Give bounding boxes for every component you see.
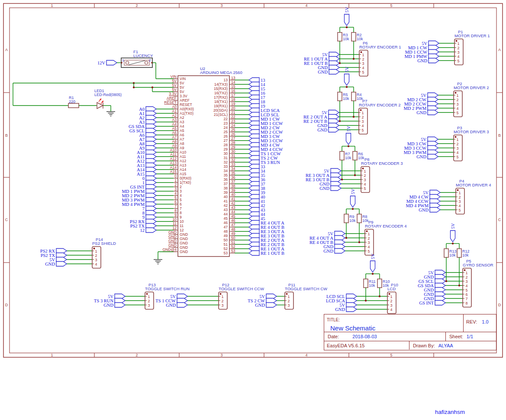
chip-pin-name: 31: [223, 156, 228, 160]
chip-pin-name: A3: [180, 120, 184, 124]
pin-number: 2: [222, 299, 224, 303]
chip-pin-name: 6: [180, 202, 182, 206]
net-label: GND: [168, 239, 177, 243]
pin-number: 1: [222, 295, 224, 299]
chip-pin-name: 49: [223, 234, 228, 238]
chip-pin-name: 37: [223, 182, 228, 186]
pin-number: 5: [466, 288, 468, 292]
rev-cell: REV: 1.0: [463, 314, 496, 332]
chip-pin-name: 40: [223, 195, 228, 199]
junction-dot: [345, 237, 347, 239]
net-label: A3: [172, 118, 177, 122]
chip-pin-name: 16(TX2): [214, 91, 228, 95]
resistor-value: 10k: [369, 283, 375, 288]
net-label: GND: [168, 243, 177, 247]
row-label-left: A: [5, 48, 8, 52]
net-label: 46: [231, 218, 235, 223]
row-label-right: C: [498, 218, 501, 222]
chip-pin-name: 15(RX3): [214, 87, 228, 91]
title-block: TITLE: New Schematic REV: 1.0 Date: 2018…: [324, 314, 496, 350]
chip-pin-name: 35: [223, 173, 228, 177]
power-flag-label: 5V: [371, 253, 375, 259]
pin-number: 3: [362, 61, 364, 66]
resistor-value: 10k: [357, 37, 363, 41]
pin-number: 8: [466, 301, 468, 305]
junction-dot: [452, 243, 454, 244]
power-flag-label: 5V: [346, 126, 351, 131]
net-label: 13: [231, 76, 235, 80]
net-flag: [266, 303, 277, 308]
component-name-label: ROTARY ENCODER 3: [361, 161, 403, 166]
net-label: 0: [174, 174, 177, 178]
junction-dot: [458, 285, 460, 286]
column-label-top: 3: [220, 3, 222, 8]
pin-number: 5: [362, 70, 364, 74]
net-label: 51: [231, 240, 235, 244]
date-cell: Date: 2018-08-03: [324, 334, 445, 339]
chip-pin-name: 0(RX0): [180, 176, 191, 180]
resistor-value: 10k: [358, 156, 364, 160]
resistor-value: 10k: [349, 218, 356, 223]
schematic-title: New Schematic: [330, 324, 461, 332]
chip-pin-name: 3.3V: [180, 94, 187, 98]
pin-number: 1: [466, 271, 468, 275]
net-label: GND: [168, 234, 177, 239]
net-label: 49: [231, 231, 235, 236]
resistor-value: 10k: [383, 283, 389, 288]
net-label: 2: [174, 183, 177, 187]
net-label: 1: [174, 178, 177, 183]
chip-pin-name: 10: [180, 219, 184, 224]
net-label: 5V: [172, 87, 177, 92]
power-flag-label: 5V: [351, 189, 355, 194]
chip-pin-name: 13: [223, 78, 228, 82]
net-flag: [346, 307, 357, 312]
pin-number: 6: [466, 292, 468, 297]
chip-pin-name: A10: [180, 150, 187, 154]
pin-number: 2: [368, 236, 370, 240]
chip-pin-name: A1(TX0): [180, 111, 193, 115]
net-label: 10: [172, 217, 177, 221]
drawn-by-value: ALYAA: [438, 343, 453, 348]
chip-pin-name: 12: [180, 228, 184, 232]
component-name-label: MOTOR DRIVER 1: [454, 33, 490, 38]
chip-pin-name: 53: [223, 251, 228, 255]
chip-pin-name: A7: [180, 137, 184, 141]
net-label: 16: [231, 89, 235, 93]
resistor-body: [68, 103, 79, 108]
row-label-left: C: [5, 218, 8, 222]
power-flag-label: 5V: [345, 67, 349, 72]
chip-pin-name: 24: [223, 125, 228, 130]
net-label: 28: [231, 141, 235, 145]
net-label: A5: [172, 126, 177, 131]
net-label: 27: [231, 136, 235, 141]
pin-number: 1: [364, 169, 366, 173]
pin-number: 3: [95, 258, 97, 262]
power-flag: [345, 74, 349, 85]
chip-pin-name: A6: [180, 133, 184, 137]
chip-pin-name: GND: [180, 250, 188, 254]
net-flag: [428, 154, 438, 159]
resistor-value: 10k: [362, 218, 369, 223]
chip-pin-name: GND: [180, 245, 188, 250]
net-flag-label: GND: [318, 70, 328, 74]
net-label: 44: [231, 210, 235, 214]
net-label: 50: [231, 236, 235, 240]
pin-number: 4: [457, 106, 459, 111]
net-label: 43: [231, 205, 235, 210]
pin-number: 3: [222, 303, 224, 308]
net-label: 36: [231, 175, 235, 180]
pin-number: 5: [457, 111, 459, 115]
schematic-sheet: 1122334455AABBCCDD5VMD 1 CWMD 1 CCWMD 1 …: [0, 0, 506, 420]
pin-number: 3: [457, 146, 459, 151]
pin-number: 1: [362, 53, 364, 57]
chip-pin-name: 45: [223, 216, 228, 221]
junction-dot: [348, 145, 349, 147]
net-flag: [430, 208, 440, 212]
net-flag-label: GND: [166, 303, 176, 308]
resistor-body: [344, 214, 348, 223]
net-label: A1: [172, 109, 177, 113]
chip-pin-name: 28: [223, 143, 228, 147]
chip-pin-name: A12: [180, 159, 187, 163]
resistor-body: [457, 249, 461, 257]
net-label: 30: [231, 149, 235, 154]
